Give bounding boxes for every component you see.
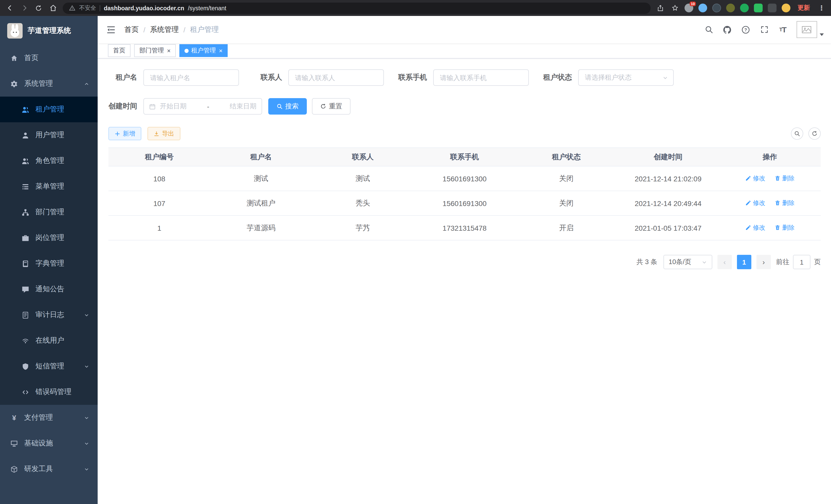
- search-icon: [277, 103, 283, 110]
- sidebar-item-post-management[interactable]: 岗位管理: [0, 225, 98, 251]
- page-number-1[interactable]: 1: [737, 255, 751, 269]
- trash-icon: [774, 175, 781, 182]
- sidebar-item-menu-management[interactable]: 菜单管理: [0, 174, 98, 199]
- extension-icon[interactable]: [726, 4, 735, 12]
- close-icon[interactable]: ×: [219, 48, 223, 54]
- sidebar-item-dict-management[interactable]: 字典管理: [0, 251, 98, 276]
- book-icon: [22, 260, 29, 267]
- extension-icon[interactable]: [698, 4, 707, 12]
- sidebar-item-online-users[interactable]: 在线用户: [0, 328, 98, 353]
- edit-link[interactable]: 修改: [745, 199, 765, 208]
- sidebar-item-dev-tools[interactable]: 研发工具: [0, 456, 98, 482]
- refresh-table-icon[interactable]: [808, 127, 821, 140]
- breadcrumb-home[interactable]: 首页: [124, 25, 139, 34]
- sidebar-item-notice-announcement[interactable]: 通知公告: [0, 276, 98, 302]
- close-icon[interactable]: ×: [167, 48, 171, 54]
- page-content: 租户名 联系人 联系手机 租户状态 请选择租户状态: [98, 59, 831, 504]
- breadcrumb-current: 租户管理: [190, 25, 219, 34]
- font-size-icon[interactable]: TT: [775, 21, 791, 38]
- toggle-search-icon[interactable]: [791, 127, 803, 140]
- sidebar-item-infrastructure[interactable]: 基础设施: [0, 431, 98, 456]
- delete-link[interactable]: 删除: [774, 224, 795, 232]
- prev-page-button[interactable]: ‹: [717, 255, 732, 269]
- bookmark-star-icon[interactable]: [670, 3, 679, 12]
- pencil-icon: [745, 175, 751, 182]
- warning-icon: [69, 5, 76, 11]
- security-label[interactable]: 不安全: [79, 4, 96, 12]
- delete-link[interactable]: 删除: [774, 199, 795, 208]
- sidebar-item-home[interactable]: 首页: [0, 45, 98, 71]
- chevron-down-icon: [84, 441, 89, 446]
- sidebar-item-user-management[interactable]: 用户管理: [0, 122, 98, 148]
- sidebar-item-role-management[interactable]: 角色管理: [0, 148, 98, 174]
- tab-dept-management[interactable]: 部门管理 ×: [134, 44, 176, 57]
- sidebar-item-sms-management[interactable]: 短信管理: [0, 353, 98, 379]
- reset-button[interactable]: 重置: [312, 98, 350, 115]
- sidebar-item-dept-management[interactable]: 部门管理: [0, 199, 98, 225]
- tenant-name-input[interactable]: [143, 69, 239, 86]
- github-icon[interactable]: [719, 21, 735, 38]
- right-toolbar: [786, 127, 821, 140]
- sidebar-item-payment-management[interactable]: ¥ 支付管理: [0, 405, 98, 431]
- sidebar-item-label: 基础设施: [24, 439, 53, 448]
- sidebar-item-label: 字典管理: [35, 259, 64, 268]
- org-tree-icon: [22, 208, 29, 216]
- search-icon[interactable]: [701, 21, 716, 38]
- extensions-menu-icon[interactable]: 10: [685, 4, 693, 12]
- add-button[interactable]: 新增: [109, 127, 141, 140]
- extension-icon[interactable]: [754, 4, 763, 12]
- extension-icon[interactable]: [768, 4, 776, 12]
- filter-tenant-name: 租户名: [109, 69, 239, 86]
- profile-avatar[interactable]: [782, 4, 791, 12]
- sidebar-item-audit-log[interactable]: 审计日志: [0, 302, 98, 328]
- chevron-down-icon: [662, 75, 668, 80]
- export-button[interactable]: 导出: [147, 127, 180, 140]
- table-toolbar: 新增 导出: [109, 127, 821, 140]
- user-menu[interactable]: [797, 21, 824, 38]
- filter-row-2: 创建时间 开始日期 - 结束日期 搜索: [109, 98, 821, 115]
- tab-tenant-management[interactable]: 租户管理 ×: [179, 44, 228, 57]
- edit-link[interactable]: 修改: [745, 224, 765, 232]
- date-range-input[interactable]: 开始日期 - 结束日期: [143, 98, 262, 115]
- sidebar-fold-icon[interactable]: [106, 24, 116, 35]
- page-size-select[interactable]: 10条/页: [663, 255, 712, 269]
- message-icon: [22, 286, 29, 293]
- back-icon[interactable]: [5, 3, 15, 12]
- cell-contact: 测试: [312, 166, 414, 191]
- home-icon[interactable]: [48, 3, 58, 12]
- search-button[interactable]: 搜索: [268, 98, 307, 115]
- contact-input[interactable]: [288, 69, 384, 86]
- share-icon[interactable]: [656, 3, 665, 12]
- delete-link[interactable]: 删除: [774, 174, 795, 183]
- sidebar-item-system-management[interactable]: 系统管理: [0, 71, 98, 97]
- phone-input[interactable]: [433, 69, 529, 86]
- tab-home[interactable]: 首页: [108, 44, 131, 57]
- help-icon[interactable]: ?: [738, 21, 753, 38]
- sidebar-logo[interactable]: 芋道管理系统: [0, 16, 98, 45]
- extension-icon[interactable]: [712, 4, 721, 12]
- next-page-button[interactable]: ›: [756, 255, 771, 269]
- edit-link[interactable]: 修改: [745, 174, 765, 183]
- sidebar-item-tenant-management[interactable]: 租户管理: [0, 97, 98, 122]
- delete-label: 删除: [782, 199, 795, 208]
- forward-icon[interactable]: [20, 3, 29, 12]
- breadcrumb-separator: /: [183, 25, 185, 34]
- status-select[interactable]: 请选择租户状态: [578, 69, 674, 86]
- browser-menu-icon[interactable]: ⋮: [817, 4, 826, 12]
- edit-label: 修改: [753, 224, 765, 232]
- address-bar[interactable]: 不安全 dashboard.yudao.iocoder.cn/system/te…: [63, 2, 651, 13]
- chevron-down-icon: [84, 415, 89, 420]
- sidebar-item-error-code-management[interactable]: 错误码管理: [0, 379, 98, 405]
- fullscreen-icon[interactable]: [756, 21, 772, 38]
- reload-icon[interactable]: [34, 3, 43, 12]
- code-icon: [22, 388, 29, 396]
- extension-icon[interactable]: [740, 4, 749, 12]
- goto-page-input[interactable]: [793, 255, 810, 269]
- sidebar-item-label: 错误码管理: [35, 387, 71, 396]
- update-button[interactable]: 更新: [796, 4, 812, 12]
- breadcrumb-section[interactable]: 系统管理: [150, 25, 179, 34]
- users-icon: [22, 106, 29, 113]
- tenant-table: 租户编号 租户名 联系人 联系手机 租户状态 创建时间 操作 108 测试: [109, 147, 821, 240]
- sidebar-item-label: 用户管理: [35, 130, 64, 140]
- svg-text:?: ?: [744, 27, 747, 32]
